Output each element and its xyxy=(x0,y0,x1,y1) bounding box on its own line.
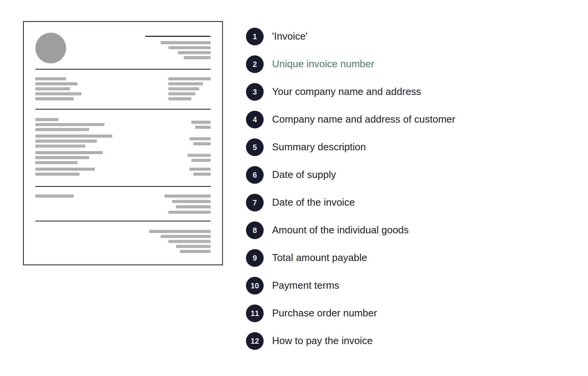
item-right xyxy=(189,137,211,145)
item-row xyxy=(35,135,211,148)
address-left xyxy=(35,77,81,100)
invoice-mockup xyxy=(23,21,223,265)
number-badge: 1 xyxy=(246,28,264,45)
number-badge: 11 xyxy=(246,304,264,322)
item-label: Unique invoice number xyxy=(272,58,374,70)
invoice-header xyxy=(35,33,211,63)
divider-4 xyxy=(35,221,211,221)
item-label: Date of supply xyxy=(272,169,336,181)
divider-1 xyxy=(35,69,211,70)
item-left xyxy=(35,118,105,131)
item-row xyxy=(35,118,211,131)
info-list: 1'Invoice'2Unique invoice number3Your co… xyxy=(246,21,565,355)
item-label: Date of the invoice xyxy=(272,196,355,208)
payment-section xyxy=(35,225,211,253)
item-label: Payment terms xyxy=(272,280,339,291)
items-section xyxy=(35,113,211,183)
totals-right xyxy=(164,195,211,214)
item-left xyxy=(35,151,103,164)
item-label: How to pay the invoice xyxy=(272,335,373,347)
list-item: 8Amount of the individual goods xyxy=(246,216,565,244)
list-item: 11Purchase order number xyxy=(246,299,565,327)
item-right xyxy=(191,121,211,129)
totals-left xyxy=(35,195,74,198)
list-item: 1'Invoice' xyxy=(246,23,565,50)
list-item: 3Your company name and address xyxy=(246,78,565,106)
item-row xyxy=(35,151,211,164)
item-label: Total amount payable xyxy=(272,252,367,264)
item-left xyxy=(35,168,95,176)
item-left xyxy=(35,135,112,148)
item-row xyxy=(35,168,211,176)
item-label: Your company name and address xyxy=(272,86,421,98)
list-item: 7Date of the invoice xyxy=(246,189,565,216)
number-badge: 10 xyxy=(246,277,264,294)
number-badge: 12 xyxy=(246,332,264,350)
list-item: 6Date of supply xyxy=(246,161,565,189)
company-logo xyxy=(35,33,66,63)
list-item: 9Total amount payable xyxy=(246,244,565,272)
item-label: Company name and address of customer xyxy=(272,113,455,125)
address-right xyxy=(168,77,211,100)
main-container: 1'Invoice'2Unique invoice number3Your co… xyxy=(0,6,588,370)
number-badge: 7 xyxy=(246,194,264,211)
number-badge: 8 xyxy=(246,221,264,239)
number-badge: 9 xyxy=(246,249,264,267)
totals-section xyxy=(35,190,211,218)
item-label: Amount of the individual goods xyxy=(272,224,409,236)
header-lines xyxy=(145,33,211,59)
item-right xyxy=(188,154,211,162)
list-item: 12How to pay the invoice xyxy=(246,327,565,355)
number-badge: 2 xyxy=(246,55,264,73)
item-label: Summary description xyxy=(272,141,366,153)
item-label: Purchase order number xyxy=(272,307,377,319)
number-badge: 4 xyxy=(246,111,264,128)
list-item: 2Unique invoice number xyxy=(246,50,565,78)
number-badge: 3 xyxy=(246,83,264,101)
list-item: 4Company name and address of customer xyxy=(246,106,565,133)
list-item: 10Payment terms xyxy=(246,272,565,299)
number-badge: 6 xyxy=(246,166,264,184)
item-right xyxy=(189,168,211,176)
item-label: 'Invoice' xyxy=(272,30,307,42)
number-badge: 5 xyxy=(246,138,264,156)
address-section xyxy=(35,73,211,106)
list-item: 5Summary description xyxy=(246,133,565,161)
divider-2 xyxy=(35,109,211,110)
divider-3 xyxy=(35,186,211,187)
